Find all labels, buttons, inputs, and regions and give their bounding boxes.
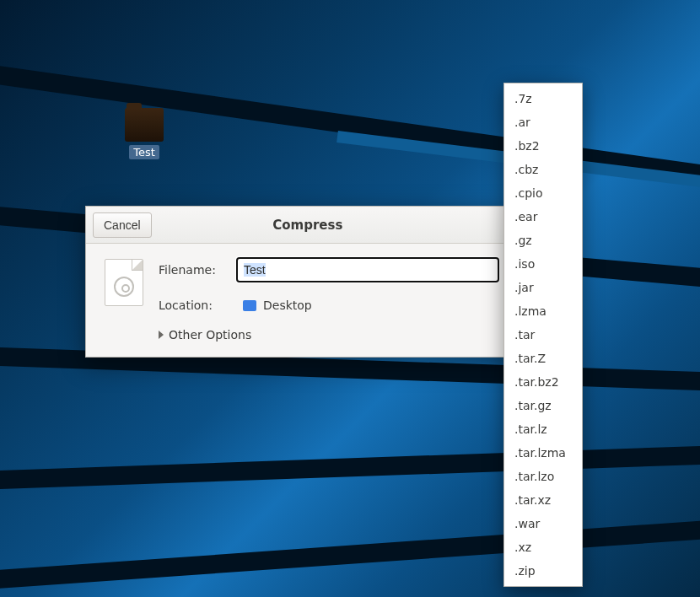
extension-option[interactable]: .iso bbox=[504, 252, 582, 276]
extension-option[interactable]: .cbz bbox=[504, 158, 582, 181]
extension-option[interactable]: .xz bbox=[504, 535, 582, 559]
other-options-toggle[interactable]: Other Options bbox=[159, 328, 499, 342]
filename-label: Filename: bbox=[159, 263, 224, 277]
extension-option[interactable]: .tar bbox=[504, 323, 582, 347]
disc-icon bbox=[114, 277, 134, 297]
extension-option[interactable]: .tar.gz bbox=[504, 394, 582, 417]
location-label: Location: bbox=[159, 298, 224, 312]
extension-option[interactable]: .war bbox=[504, 512, 582, 535]
cancel-button[interactable]: Cancel bbox=[93, 212, 152, 238]
extension-option[interactable]: .cpio bbox=[504, 181, 582, 205]
archive-file-icon bbox=[105, 259, 143, 306]
dialog-header: Cancel Compress bbox=[86, 207, 518, 244]
desktop-icon bbox=[243, 300, 256, 311]
extension-option[interactable]: .tar.xz bbox=[504, 488, 582, 512]
extension-option[interactable]: .zip bbox=[504, 559, 582, 583]
extension-option[interactable]: .ear bbox=[504, 205, 582, 229]
filename-row: Filename: bbox=[159, 257, 499, 282]
extension-option[interactable]: .tar.lzo bbox=[504, 465, 582, 488]
location-picker[interactable]: Desktop bbox=[236, 293, 499, 318]
chevron-right-icon bbox=[159, 331, 164, 339]
extension-option[interactable]: .7z bbox=[504, 87, 582, 110]
folder-icon bbox=[125, 108, 164, 142]
location-row: Location: Desktop bbox=[159, 293, 499, 318]
dialog-title: Compress bbox=[152, 218, 464, 233]
dialog-body: Filename: Location: Desktop Other Option… bbox=[86, 244, 518, 357]
location-value: Desktop bbox=[263, 298, 312, 312]
wallpaper-stripe bbox=[0, 440, 700, 491]
extension-option[interactable]: .gz bbox=[504, 229, 582, 252]
extension-option[interactable]: .tar.bz2 bbox=[504, 370, 582, 394]
extension-option[interactable]: .bz2 bbox=[504, 134, 582, 158]
compress-form: Filename: Location: Desktop Other Option… bbox=[159, 257, 499, 342]
extension-option[interactable]: .ar bbox=[504, 110, 582, 134]
desktop-folder-test[interactable]: Test bbox=[111, 108, 177, 159]
desktop-icon-label: Test bbox=[129, 145, 159, 159]
extension-option[interactable]: .tar.Z bbox=[504, 347, 582, 370]
extension-option[interactable]: .jar bbox=[504, 276, 582, 299]
filename-input[interactable] bbox=[236, 257, 499, 282]
other-options-label: Other Options bbox=[169, 328, 251, 342]
extension-option[interactable]: .tar.lzma bbox=[504, 441, 582, 465]
compress-dialog: Cancel Compress Filename: Location: Desk… bbox=[85, 206, 519, 358]
wallpaper-stripe bbox=[0, 508, 700, 592]
extension-option[interactable]: .lzma bbox=[504, 299, 582, 323]
extension-dropdown[interactable]: .7z.ar.bz2.cbz.cpio.ear.gz.iso.jar.lzma.… bbox=[503, 83, 583, 587]
extension-option[interactable]: .tar.lz bbox=[504, 417, 582, 441]
